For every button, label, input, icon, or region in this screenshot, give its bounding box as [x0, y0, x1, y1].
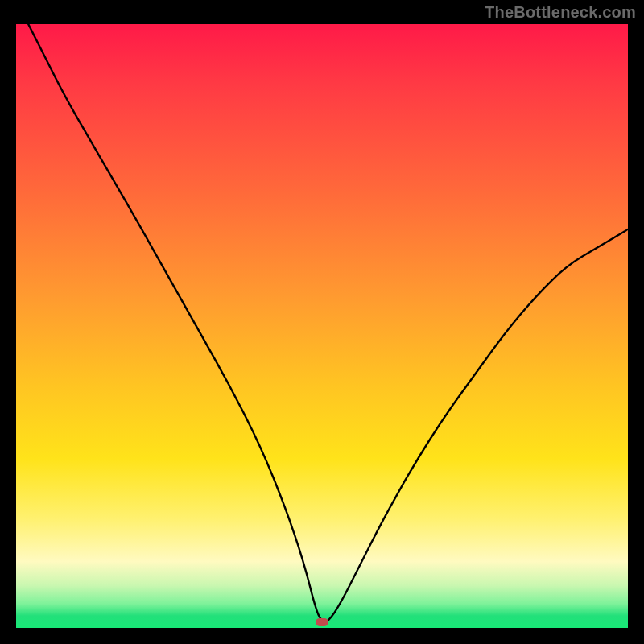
- optimal-point-marker: [316, 618, 328, 626]
- plot-area: [16, 24, 628, 628]
- bottleneck-curve: [16, 24, 628, 628]
- watermark-text: TheBottleneck.com: [485, 3, 636, 22]
- chart-frame: TheBottleneck.com: [0, 0, 644, 644]
